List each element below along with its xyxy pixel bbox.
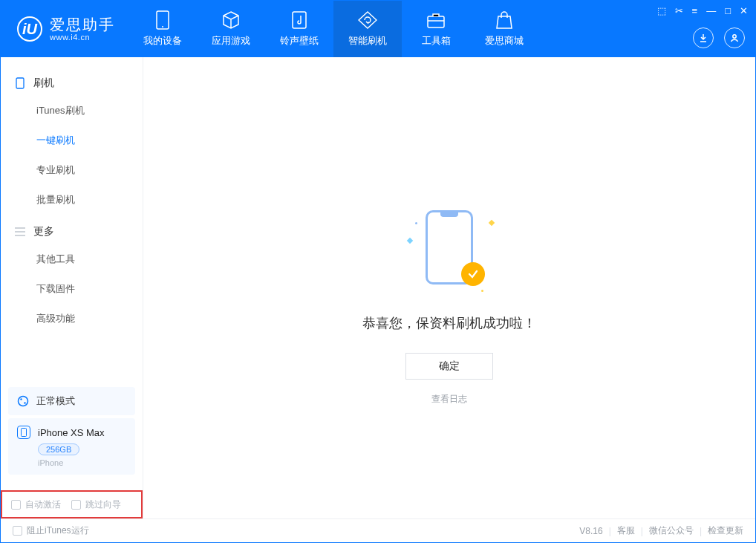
brand-title: 爱思助手 xyxy=(50,16,115,33)
tab-label: 工具箱 xyxy=(422,34,451,48)
main-area: 恭喜您，保资料刷机成功啦！ 确定 查看日志 xyxy=(143,57,755,518)
feedback-icon[interactable]: ✂ xyxy=(675,5,683,16)
sidebar-group-title: 更多 xyxy=(1,219,143,244)
toolbox-icon xyxy=(426,10,446,30)
menu-icon[interactable]: ≡ xyxy=(692,5,698,16)
brand-logo: iU 爱思助手 www.i4.cn xyxy=(1,1,128,57)
bag-icon xyxy=(495,10,514,30)
app-window: iU 爱思助手 www.i4.cn 我的设备 应用游戏 xyxy=(0,0,756,543)
close-button[interactable]: ✕ xyxy=(740,5,748,16)
brand-subtitle: www.i4.cn xyxy=(50,33,115,42)
titlebar: iU 爱思助手 www.i4.cn 我的设备 应用游戏 xyxy=(1,1,755,57)
tab-store[interactable]: 爱思商城 xyxy=(470,1,538,57)
svg-rect-2 xyxy=(293,12,306,28)
status-link-update[interactable]: 检查更新 xyxy=(708,524,743,537)
maximize-button[interactable]: □ xyxy=(725,5,731,16)
tab-label: 我的设备 xyxy=(143,34,182,48)
tab-label: 爱思商城 xyxy=(485,34,524,48)
cube-icon xyxy=(221,10,241,30)
sidebar-item-other-tools[interactable]: 其他工具 xyxy=(1,244,143,274)
sidebar-item-batch-flash[interactable]: 批量刷机 xyxy=(1,185,143,215)
checkbox-auto-activate[interactable]: 自动激活 xyxy=(11,498,61,511)
device-card[interactable]: iPhone XS Max 256GB iPhone xyxy=(8,418,135,475)
sidebar-item-pro-flash[interactable]: 专业刷机 xyxy=(1,155,143,185)
status-link-wechat[interactable]: 微信公众号 xyxy=(649,524,694,537)
svg-point-7 xyxy=(20,398,22,400)
window-controls: ⬚ ✂ ≡ — □ ✕ xyxy=(657,5,748,16)
sidebar-group-more: 更多 其他工具 下载固件 高级功能 xyxy=(1,219,143,338)
mode-label: 正常模式 xyxy=(36,394,75,408)
main-tabs: 我的设备 应用游戏 铃声壁纸 智能刷机 xyxy=(128,1,538,57)
minimize-button[interactable]: — xyxy=(706,5,716,16)
tab-label: 应用游戏 xyxy=(212,34,250,48)
checkbox-icon xyxy=(71,500,81,510)
sidebar-item-download-firmware[interactable]: 下载固件 xyxy=(1,274,143,304)
view-log-link[interactable]: 查看日志 xyxy=(431,393,467,406)
sidebar-item-itunes-flash[interactable]: iTunes刷机 xyxy=(1,96,143,126)
svg-point-4 xyxy=(733,35,736,38)
check-icon xyxy=(461,262,485,286)
sidebar-item-advanced[interactable]: 高级功能 xyxy=(1,304,143,334)
version-label: V8.16 xyxy=(579,526,602,536)
list-icon xyxy=(14,226,26,238)
sidebar-group-flash: 刷机 iTunes刷机 一键刷机 专业刷机 批量刷机 xyxy=(1,71,143,219)
success-title: 恭喜您，保资料刷机成功啦！ xyxy=(362,314,536,332)
tab-toolbox[interactable]: 工具箱 xyxy=(402,1,470,57)
mode-panel[interactable]: 正常模式 xyxy=(8,387,135,415)
tab-my-device[interactable]: 我的设备 xyxy=(128,1,197,57)
refresh-icon xyxy=(358,10,377,30)
checkbox-icon xyxy=(11,500,21,510)
svg-rect-9 xyxy=(22,429,27,437)
mode-icon xyxy=(17,395,29,407)
ok-button[interactable]: 确定 xyxy=(405,353,493,380)
checkbox-stop-itunes[interactable]: 阻止iTunes运行 xyxy=(13,524,89,537)
logo-icon: iU xyxy=(17,16,42,42)
device-small-icon xyxy=(17,426,30,439)
status-link-support[interactable]: 客服 xyxy=(617,524,635,537)
svg-point-8 xyxy=(24,402,25,403)
checkbox-skip-guide[interactable]: 跳过向导 xyxy=(71,498,121,511)
download-button[interactable] xyxy=(693,27,714,48)
tab-apps-games[interactable]: 应用游戏 xyxy=(197,1,265,57)
sidebar-group-title: 刷机 xyxy=(1,71,143,96)
tab-ringtone-wallpaper[interactable]: 铃声壁纸 xyxy=(265,1,333,57)
sidebar-item-onekey-flash[interactable]: 一键刷机 xyxy=(1,126,143,155)
body: 刷机 iTunes刷机 一键刷机 专业刷机 批量刷机 更多 其他工具 xyxy=(1,57,755,518)
header-right-icons xyxy=(693,27,745,48)
tab-smart-flash[interactable]: 智能刷机 xyxy=(333,1,402,57)
svg-rect-3 xyxy=(428,16,444,27)
statusbar: 阻止iTunes运行 V8.16 | 客服 | 微信公众号 | 检查更新 xyxy=(1,518,755,542)
device-icon xyxy=(153,10,172,30)
svg-point-6 xyxy=(19,397,28,406)
tab-label: 智能刷机 xyxy=(348,34,387,48)
tab-label: 铃声壁纸 xyxy=(280,34,319,48)
svg-rect-5 xyxy=(16,78,24,88)
music-icon xyxy=(290,10,309,30)
svg-point-1 xyxy=(162,26,163,27)
device-name: iPhone XS Max xyxy=(38,427,105,438)
phone-small-icon xyxy=(14,77,26,89)
theme-icon[interactable]: ⬚ xyxy=(657,5,666,16)
sidebar: 刷机 iTunes刷机 一键刷机 专业刷机 批量刷机 更多 其他工具 xyxy=(1,57,143,518)
checkbox-icon xyxy=(13,526,22,536)
user-button[interactable] xyxy=(724,27,745,48)
sidebar-options: 自动激活 跳过向导 xyxy=(1,490,143,518)
device-capacity-badge: 256GB xyxy=(38,443,79,455)
success-illustration xyxy=(405,206,494,295)
device-type: iPhone xyxy=(38,458,126,467)
